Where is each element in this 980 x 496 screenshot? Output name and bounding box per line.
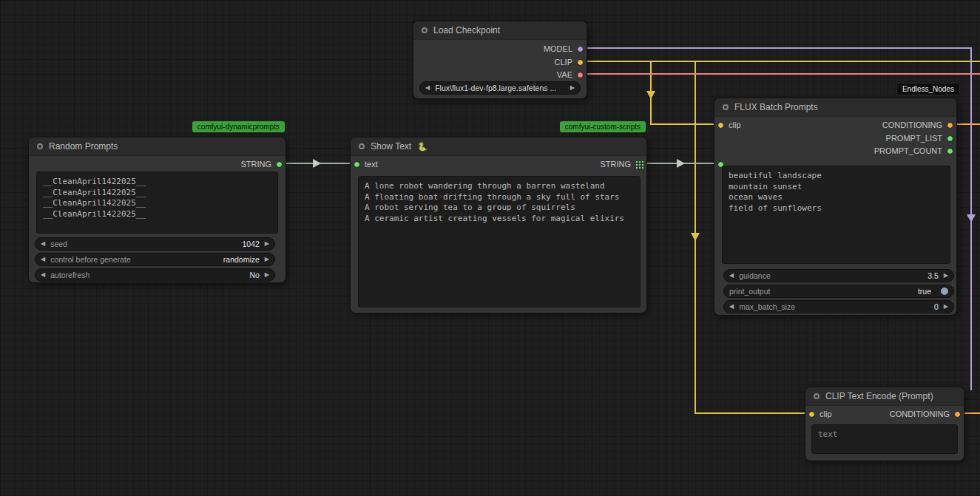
output-row-prompt-list: PROMPT_LIST xyxy=(886,132,953,144)
increment-icon[interactable]: ▶ xyxy=(944,273,948,279)
input-row-clip: clip xyxy=(717,119,741,131)
badge-endless-nodes: Endless_Nodes xyxy=(896,83,960,95)
port-label: CONDITIONING xyxy=(882,120,942,129)
input-row-clip: clip xyxy=(808,408,832,420)
autorefresh-widget[interactable]: ◀ autorefresh No ▶ xyxy=(35,268,275,282)
port-label: clip xyxy=(820,410,832,418)
toggle-knob[interactable] xyxy=(941,288,948,295)
widget-name: print_output xyxy=(729,287,770,296)
node-title-bar[interactable]: FLUX Batch Prompts xyxy=(714,98,956,117)
collapse-dot[interactable] xyxy=(359,143,365,149)
increment-icon[interactable]: ▶ xyxy=(944,304,948,310)
port-label: CONDITIONING xyxy=(890,410,950,418)
widget-value: randomize xyxy=(223,255,260,264)
text-input-port[interactable] xyxy=(354,161,360,168)
combo-right-icon[interactable]: ▶ xyxy=(570,85,575,91)
string-output-port[interactable] xyxy=(276,161,283,168)
widget-name: control before generate xyxy=(50,255,131,264)
node-title-bar[interactable]: Random Prompts xyxy=(29,137,285,156)
collapse-dot[interactable] xyxy=(814,393,820,399)
output-row-conditioning: CONDITIONING xyxy=(890,408,961,420)
combo-value: Flux\flux1-dev-fp8.large.safetens ... xyxy=(435,84,556,92)
port-label: MODEL xyxy=(544,44,572,53)
pysssss-snake-icon: 🐍 xyxy=(417,142,428,152)
port-label: STRING xyxy=(240,160,271,169)
wire-arrow-down-icon xyxy=(967,214,976,222)
node-title: Load Checkpoint xyxy=(433,25,500,35)
prompt-text-area[interactable]: __CleanApril1422025__ __CleanApril142202… xyxy=(36,171,278,234)
node-clip-text-encode[interactable]: CLIP Text Encode (Prompt) clip CONDITION… xyxy=(805,387,964,461)
output-row-model: MODEL xyxy=(544,43,584,55)
port-label: text xyxy=(365,160,378,169)
conditioning-output-port[interactable] xyxy=(947,122,953,129)
widget-value: true xyxy=(918,287,931,296)
string-list-output-port-icon[interactable] xyxy=(635,160,643,169)
control-before-generate-widget[interactable]: ◀ control before generate randomize ▶ xyxy=(35,253,275,266)
wire-arrow-right-icon xyxy=(313,159,321,168)
badge-custom-scripts: comfyui-custom-scripts xyxy=(560,121,646,132)
increment-icon[interactable]: ▶ xyxy=(265,241,269,247)
clip-output-port[interactable] xyxy=(577,59,584,66)
output-row-clip: CLIP xyxy=(555,56,584,68)
node-title: CLIP Text Encode (Prompt) xyxy=(825,391,933,401)
widget-value: No xyxy=(249,271,259,279)
prompt-count-output-port[interactable] xyxy=(947,148,953,154)
port-label: clip xyxy=(729,120,741,129)
decrement-icon[interactable]: ◀ xyxy=(41,272,45,278)
widget-name: guidance xyxy=(739,271,771,280)
port-label: CLIP xyxy=(555,58,572,67)
input-row-text: text xyxy=(354,158,378,170)
widget-value: 3.5 xyxy=(927,271,939,280)
port-label: STRING xyxy=(600,160,631,169)
node-load-checkpoint[interactable]: Load Checkpoint MODEL CLIP VAE ◀ Flux\fl… xyxy=(413,21,587,99)
output-row-prompt-count: PROMPT_COUNT xyxy=(874,145,953,157)
increment-icon[interactable]: ▶ xyxy=(265,272,269,278)
widget-name: max_batch_size xyxy=(739,302,795,311)
decrement-icon[interactable]: ◀ xyxy=(41,257,45,262)
node-show-text[interactable]: Show Text 🐍 text STRING A lone robot wan… xyxy=(350,137,647,313)
widget-value: 1042 xyxy=(242,239,259,248)
node-graph-canvas[interactable]: comfyui-dynamicprompts comfyui-custom-sc… xyxy=(0,0,980,496)
wire-arrow-down-icon xyxy=(691,233,700,241)
model-output-port[interactable] xyxy=(577,46,584,52)
wire-arrow-down-icon xyxy=(646,91,655,99)
prompt-text-area[interactable]: text xyxy=(811,424,958,454)
combo-left-icon[interactable]: ◀ xyxy=(425,85,430,91)
node-title: Show Text xyxy=(371,141,411,152)
node-flux-batch-prompts[interactable]: FLUX Batch Prompts clip CONDITIONING PRO… xyxy=(714,98,957,316)
output-row-string: STRING xyxy=(240,158,283,170)
node-random-prompts[interactable]: Random Prompts STRING __CleanApril142202… xyxy=(28,137,286,283)
decrement-icon[interactable]: ◀ xyxy=(41,241,45,247)
shown-text-area[interactable]: A lone robot wandering through a barren … xyxy=(358,176,641,308)
node-title-bar[interactable]: Load Checkpoint xyxy=(413,21,587,40)
ckpt-name-combo[interactable]: ◀ Flux\flux1-dev-fp8.large.safetens ... … xyxy=(419,81,581,95)
wire-arrow-right-icon xyxy=(677,159,685,168)
vae-output-port[interactable] xyxy=(577,72,584,78)
clip-input-port[interactable] xyxy=(808,411,815,418)
widget-name: seed xyxy=(50,239,67,248)
guidance-widget[interactable]: ◀ guidance 3.5 ▶ xyxy=(723,269,954,282)
print-output-toggle[interactable]: print_output true xyxy=(723,285,954,298)
output-row-conditioning: CONDITIONING xyxy=(882,119,953,131)
output-row-string: STRING xyxy=(600,158,643,170)
widget-name: autorefresh xyxy=(50,271,89,279)
node-title: FLUX Batch Prompts xyxy=(734,102,818,112)
collapse-dot[interactable] xyxy=(422,27,428,33)
decrement-icon[interactable]: ◀ xyxy=(729,273,734,279)
seed-widget[interactable]: ◀ seed 1042 ▶ xyxy=(35,237,275,251)
port-label: PROMPT_COUNT xyxy=(874,146,942,155)
collapse-dot[interactable] xyxy=(723,104,729,110)
max-batch-size-widget[interactable]: ◀ max_batch_size 0 ▶ xyxy=(723,300,954,313)
collapse-dot[interactable] xyxy=(37,143,43,149)
widget-value: 0 xyxy=(934,302,939,311)
wire-clip-to-flux xyxy=(651,61,717,124)
decrement-icon[interactable]: ◀ xyxy=(729,304,734,310)
node-title-bar[interactable]: Show Text 🐍 xyxy=(351,137,646,156)
batch-prompts-text-area[interactable]: beautiful landscape mountain sunset ocea… xyxy=(722,166,950,264)
increment-icon[interactable]: ▶ xyxy=(265,257,269,262)
clip-input-port[interactable] xyxy=(717,122,724,129)
port-label: PROMPT_LIST xyxy=(886,134,942,143)
conditioning-output-port[interactable] xyxy=(954,411,961,418)
prompt-list-output-port[interactable] xyxy=(947,135,953,142)
node-title-bar[interactable]: CLIP Text Encode (Prompt) xyxy=(805,387,964,406)
